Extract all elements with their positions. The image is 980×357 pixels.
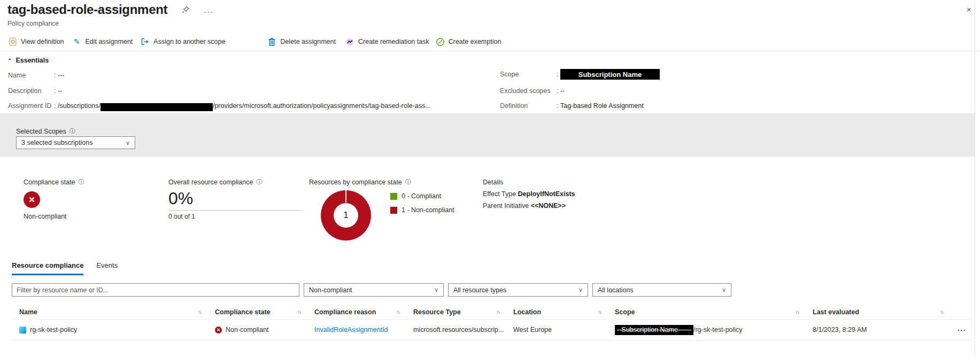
field-value: -- <box>560 87 565 95</box>
compliance-filter-value: Non-compliant <box>309 286 352 294</box>
location-text: West Europe <box>513 326 552 333</box>
essentials-definition-row: Definition : Tag-based Role Assignment <box>500 102 644 110</box>
location-filter-dropdown[interactable]: All locations ∨ <box>592 283 731 297</box>
cell-compliance-state: ✕ Non-compliant <box>207 326 307 333</box>
column-header-name[interactable]: Name ↑↓ <box>12 308 207 316</box>
field-value: --- <box>58 72 65 79</box>
pin-icon[interactable] <box>181 5 190 14</box>
selected-scopes-label: Selected Scopes ⓘ <box>16 127 75 135</box>
cell-name[interactable]: rg-sk-test-policy <box>12 326 207 333</box>
column-label: Name <box>19 308 37 316</box>
resource-compliance-table: Name ↑↓ Compliance state ↑↓ Compliance r… <box>12 305 972 340</box>
effect-type-row: Effect Type DeployIfNotExists <box>483 190 575 198</box>
close-icon[interactable]: × <box>967 5 971 14</box>
edit-assignment-button[interactable]: ✎ Edit assignment <box>73 38 133 46</box>
tab-resource-compliance[interactable]: Resource compliance <box>12 261 83 275</box>
column-label: Compliance reason <box>314 308 376 316</box>
resource-filter-input[interactable] <box>12 283 299 297</box>
scope-selector-band: Selected Scopes ⓘ 3 selected subscriptio… <box>0 113 975 157</box>
sort-icon[interactable]: ↑↓ <box>396 309 399 315</box>
sort-icon[interactable]: ↑↓ <box>496 309 499 315</box>
sort-icon[interactable]: ↑↓ <box>198 309 201 315</box>
column-header-last-evaluated[interactable]: Last evaluated ↑↓ <box>805 308 950 316</box>
redaction-box <box>101 103 213 111</box>
column-label: Scope <box>615 308 635 316</box>
resources-by-compliance-header: Resources by compliance state ⓘ <box>309 178 454 186</box>
delete-assignment-button[interactable]: Delete assignment <box>268 38 336 46</box>
overall-compliance-card: Overall resource compliance ⓘ 0% 0 out o… <box>168 178 302 220</box>
create-remediation-task-button[interactable]: Create remediation task <box>346 38 429 46</box>
policy-compliance-page: tag-based-role-assignment ... Policy com… <box>0 0 980 357</box>
essentials-assignment-id-row: Assignment ID : /subscriptions//provider… <box>8 102 431 110</box>
compliant-swatch <box>390 193 397 200</box>
selected-scopes-text: Selected Scopes <box>16 128 66 135</box>
essentials-label: Essentials <box>16 57 49 64</box>
column-header-scope[interactable]: Scope ↑↓ <box>607 308 805 316</box>
column-header-compliance-state[interactable]: Compliance state ↑↓ <box>207 308 307 316</box>
compliance-filter-dropdown[interactable]: Non-compliant ∨ <box>304 283 444 297</box>
row-context-menu-icon[interactable]: ⋯ <box>950 325 972 335</box>
compliance-caption: 0 out of 1 <box>168 213 302 220</box>
column-label: Location <box>513 308 541 316</box>
sort-icon[interactable]: ↑↓ <box>297 309 300 315</box>
panel-right-edge <box>975 0 975 357</box>
toolbar-label: Delete assignment <box>280 38 336 45</box>
table-row[interactable]: rg-sk-test-policy ✕ Non-compliant Invali… <box>12 320 972 340</box>
definition-icon <box>9 38 17 46</box>
legend-item-compliant: 0 - Compliant <box>390 192 454 200</box>
definition-link[interactable]: Tag-based Role Assignment <box>560 102 644 110</box>
filter-bar: Non-compliant ∨ All resource types ∨ All… <box>12 283 731 297</box>
resource-group-icon <box>19 327 26 333</box>
compliance-progress-track <box>168 210 301 211</box>
compliance-reason-link[interactable]: InvalidRoleAssignmentId <box>314 326 388 333</box>
field-label: Definition <box>500 102 557 110</box>
info-icon[interactable]: ⓘ <box>256 178 262 186</box>
cell-location: West Europe <box>506 326 607 333</box>
compliance-state-text: Non-compliant <box>226 326 269 333</box>
toolbar-label: Create remediation task <box>358 38 429 45</box>
colon: : <box>557 102 558 110</box>
essentials-toggle[interactable]: ⌃ Essentials <box>7 57 49 64</box>
colon: : <box>557 71 558 80</box>
assignment-id-prefix: /subscriptions/ <box>58 102 101 110</box>
trash-icon <box>268 38 276 46</box>
exemption-icon <box>436 38 444 46</box>
essentials-name-row: Name : --- <box>8 72 64 79</box>
info-icon[interactable]: ⓘ <box>79 178 84 186</box>
sort-icon[interactable]: ↑↓ <box>598 309 601 315</box>
chevron-down-icon: ∨ <box>578 286 583 293</box>
sort-icon[interactable]: ↑↓ <box>796 309 799 315</box>
colon: : <box>54 72 56 79</box>
column-header-compliance-reason[interactable]: Compliance reason ↑↓ <box>307 308 406 316</box>
scope-suffix-text: /rg-sk-test-policy <box>693 326 743 333</box>
field-label: Assignment ID <box>8 102 54 110</box>
resource-type-filter-dropdown[interactable]: All resource types ∨ <box>448 283 588 297</box>
page-title: tag-based-role-assignment <box>7 2 167 17</box>
view-definition-button[interactable]: View definition <box>9 38 64 46</box>
info-icon[interactable]: ⓘ <box>70 127 75 135</box>
column-header-resource-type[interactable]: Resource Type ↑↓ <box>406 308 506 316</box>
resource-type-text: microsoft.resources/subscrip... <box>413 326 504 333</box>
cell-last-evaluated: 8/1/2023, 8:29 AM <box>805 326 950 333</box>
page-subtitle: Policy compliance <box>7 20 59 27</box>
assign-to-scope-button[interactable]: Assign to another scope <box>141 38 225 46</box>
compliance-state-header: Compliance state ⓘ <box>24 178 84 186</box>
donut-legend: 0 - Compliant 1 - Non-compliant <box>390 192 454 240</box>
resources-by-compliance-label: Resources by compliance state <box>309 178 402 186</box>
column-header-location[interactable]: Location ↑↓ <box>506 308 607 316</box>
assign-scope-icon <box>141 38 149 46</box>
chevron-down-icon: ∨ <box>126 139 130 146</box>
toolbar-label: View definition <box>21 38 64 45</box>
resource-name[interactable]: rg-sk-test-policy <box>30 326 77 333</box>
selected-scopes-dropdown[interactable]: 3 selected subscriptions ∨ <box>16 136 135 149</box>
info-icon[interactable]: ⓘ <box>405 178 411 186</box>
create-exemption-button[interactable]: Create exemption <box>436 38 501 46</box>
redaction-box-row-scope: --Subscription Name------ <box>615 325 693 335</box>
effect-type-value: DeployIfNotExists <box>518 190 575 198</box>
compliance-state-label: Compliance state <box>24 178 75 186</box>
more-actions-icon[interactable]: ... <box>204 5 214 14</box>
tab-events[interactable]: Events <box>96 261 118 275</box>
field-label: Description <box>8 87 54 95</box>
sort-icon[interactable]: ↑↓ <box>940 309 943 315</box>
column-label: Compliance state <box>215 308 271 316</box>
